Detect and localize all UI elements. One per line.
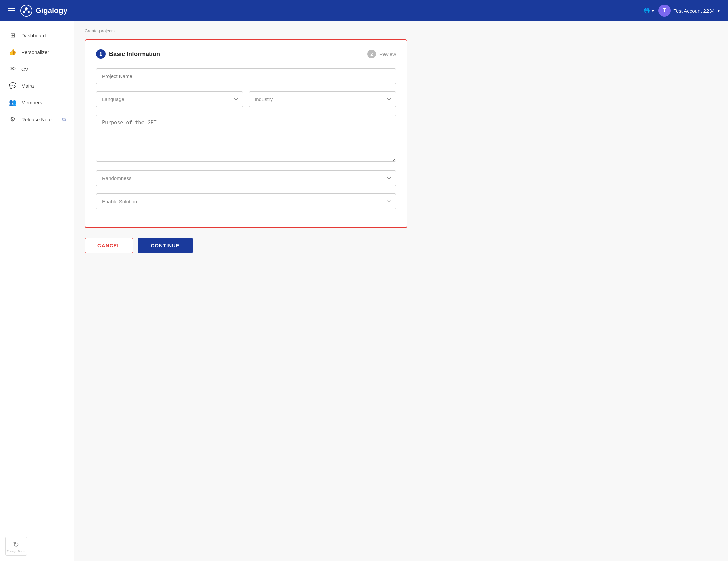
- project-name-input[interactable]: [96, 68, 396, 84]
- sidebar-label-release-note: Release Note: [21, 117, 52, 122]
- sidebar-label-maira: Maira: [21, 83, 34, 89]
- cancel-button[interactable]: CANCEL: [85, 238, 133, 253]
- sidebar-label-personalizer: Personalizer: [21, 49, 49, 55]
- continue-button[interactable]: CONTINUE: [138, 238, 193, 253]
- svg-line-5: [26, 10, 29, 12]
- enable-solution-select[interactable]: Enable Solution: [96, 193, 396, 209]
- top-navigation: Gigalogy 🌐 ▾ T Test Account 2234 ▾: [0, 0, 728, 21]
- recaptcha-icon: ↻: [13, 540, 19, 549]
- language-industry-row: Language Industry: [96, 91, 396, 107]
- breadcrumb: Create-projects: [85, 28, 717, 33]
- nav-left: Gigalogy: [8, 5, 67, 17]
- svg-point-0: [21, 5, 32, 16]
- steps-header: 1 Basic Information 2 Review: [96, 49, 396, 59]
- language-select[interactable]: Language: [96, 91, 243, 107]
- gigalogy-logo-icon: [20, 5, 32, 17]
- project-name-group: [96, 68, 396, 84]
- account-name: Test Account 2234: [673, 8, 715, 14]
- language-select-wrap: Language: [96, 91, 243, 107]
- form-actions: CANCEL CONTINUE: [85, 238, 407, 253]
- external-link-icon: ⧉: [62, 117, 66, 122]
- logo-text: Gigalogy: [36, 6, 67, 15]
- step-1-active: 1 Basic Information: [96, 49, 160, 59]
- step-2-inactive: 2 Review: [367, 50, 396, 58]
- language-chevron: ▾: [652, 8, 654, 14]
- release-note-icon: ⚙: [9, 116, 16, 123]
- sidebar-item-members[interactable]: 👥 Members: [0, 94, 74, 111]
- step-divider: [167, 54, 361, 54]
- sidebar: ⊞ Dashboard 👍 Personalizer 👁 CV 💬 Maira …: [0, 21, 74, 561]
- dashboard-icon: ⊞: [9, 32, 16, 39]
- svg-line-4: [24, 10, 26, 12]
- svg-point-1: [25, 7, 28, 10]
- sidebar-label-cv: CV: [21, 66, 28, 72]
- sidebar-label-members: Members: [21, 100, 42, 105]
- hamburger-menu[interactable]: [8, 8, 15, 13]
- main-layout: ⊞ Dashboard 👍 Personalizer 👁 CV 💬 Maira …: [0, 21, 728, 561]
- randomness-group: Randomness: [96, 170, 396, 186]
- industry-select[interactable]: Industry: [249, 91, 396, 107]
- recaptcha-widget: ↻ Privacy · Terms: [5, 537, 27, 556]
- industry-select-wrap: Industry: [249, 91, 396, 107]
- sidebar-label-dashboard: Dashboard: [21, 33, 46, 38]
- members-icon: 👥: [9, 99, 16, 106]
- randomness-select[interactable]: Randomness: [96, 170, 396, 186]
- account-menu[interactable]: T Test Account 2234 ▾: [658, 5, 720, 17]
- logo: Gigalogy: [20, 5, 67, 17]
- step-2-label: Review: [379, 51, 396, 57]
- sidebar-item-cv[interactable]: 👁 CV: [0, 60, 74, 77]
- sidebar-item-dashboard[interactable]: ⊞ Dashboard: [0, 27, 74, 44]
- recaptcha-text: Privacy · Terms: [7, 550, 26, 553]
- enable-solution-group: Enable Solution: [96, 193, 396, 209]
- account-chevron: ▾: [717, 8, 720, 14]
- step-2-badge: 2: [367, 50, 376, 58]
- sidebar-item-release-note[interactable]: ⚙ Release Note ⧉: [0, 111, 74, 128]
- nav-right: 🌐 ▾ T Test Account 2234 ▾: [644, 5, 720, 17]
- main-content: Create-projects 1 Basic Information 2 Re…: [74, 21, 728, 561]
- sidebar-item-personalizer[interactable]: 👍 Personalizer: [0, 44, 74, 60]
- globe-icon: 🌐: [644, 8, 650, 14]
- step-1-label: Basic Information: [109, 51, 160, 58]
- purpose-group: [96, 115, 396, 163]
- maira-icon: 💬: [9, 82, 16, 89]
- personalizer-icon: 👍: [9, 48, 16, 56]
- avatar: T: [658, 5, 671, 17]
- purpose-textarea[interactable]: [96, 115, 396, 162]
- cv-icon: 👁: [9, 65, 16, 73]
- sidebar-item-maira[interactable]: 💬 Maira: [0, 77, 74, 94]
- language-selector[interactable]: 🌐 ▾: [644, 8, 654, 14]
- step-1-badge: 1: [96, 49, 106, 59]
- create-project-form-card: 1 Basic Information 2 Review Language: [85, 39, 407, 228]
